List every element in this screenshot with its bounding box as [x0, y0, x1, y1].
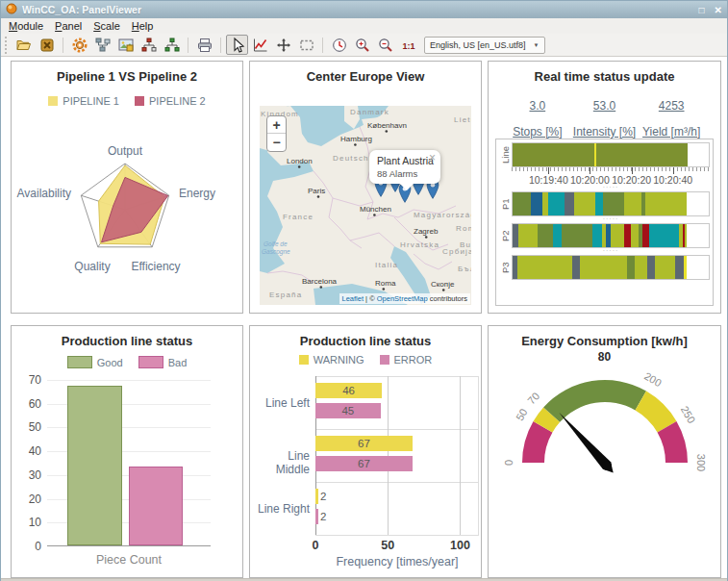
gauge-value: 80 — [489, 350, 720, 364]
attribution-suffix: contributors — [428, 294, 467, 303]
splitter-grip[interactable]: ····· — [512, 248, 710, 255]
hbar-title: Production line status — [250, 334, 481, 348]
bar-good — [67, 386, 122, 545]
map-label: Gascogne — [262, 248, 290, 256]
timeline-row-line: Line — [499, 142, 710, 167]
panel-bar: Production line status Good Bad 01020304… — [11, 325, 243, 578]
svg-text:200: 200 — [642, 370, 664, 390]
realtime-stats: 3.0Stops [%] 53.0Intensity [%] 4253Yield… — [489, 99, 720, 139]
svg-text:250: 250 — [679, 404, 698, 425]
stops-value[interactable]: 3.0 — [504, 99, 571, 113]
time-axis: 10:19:4010:20:0010:20:2010:20:40 — [512, 167, 710, 185]
legend-label-pipeline2: PIPELINE 2 — [149, 95, 206, 107]
intensity-label[interactable]: Intensity [%] — [573, 125, 636, 139]
map-label: Danmark — [350, 108, 389, 116]
zoom-out-button[interactable]: − — [267, 134, 286, 151]
legend-label-good: Good — [97, 357, 123, 368]
print-icon[interactable] — [193, 35, 215, 55]
one-to-one-icon[interactable]: 1:1 — [397, 35, 419, 55]
popup-close-icon[interactable]: × — [429, 151, 436, 164]
intensity-value[interactable]: 53.0 — [571, 99, 639, 113]
map-label: Golfe de — [264, 240, 288, 247]
panelviewer-window: WinCC_OA: PanelViewer □ ✕ ModulePanelSca… — [0, 0, 728, 581]
map-label: Lietuv — [454, 115, 471, 124]
bar-bad — [129, 467, 183, 545]
zoom-in-button[interactable]: + — [267, 116, 286, 134]
close-button[interactable]: ✕ — [715, 5, 722, 15]
titlebar[interactable]: WinCC_OA: PanelViewer □ ✕ — [1, 1, 727, 18]
timeline-chart: Line10:19:4010:20:0010:20:2010:20:40····… — [495, 139, 714, 306]
maximize-button[interactable]: □ — [699, 5, 705, 15]
map-label: España — [269, 290, 302, 299]
attribution-sep: | © — [364, 294, 377, 303]
toolbar-grip[interactable] — [4, 37, 9, 54]
menu-item-scale[interactable]: Scale — [93, 20, 120, 32]
popup-title: Plant Austria — [377, 155, 435, 166]
map-canvas: KingdomDanmarkKøbenhavnLietuvHamburgLond… — [260, 106, 471, 305]
language-select[interactable]: English, US [en_US.utf8] ▼ — [424, 37, 545, 54]
map-label: Italia — [375, 261, 398, 269]
move-icon[interactable] — [272, 35, 294, 55]
hbar-chart: 050100Line Left4645Line Middle6767Line R… — [315, 376, 479, 535]
svg-text:50: 50 — [514, 407, 530, 423]
map-label: London — [287, 157, 313, 165]
modules-icon[interactable] — [91, 35, 113, 55]
timeline-row-p2: P2 — [499, 223, 710, 248]
radar-axis-availability: Availability — [17, 187, 71, 200]
hbar-category: Line Left — [252, 396, 310, 410]
europe-map[interactable]: KingdomDanmarkKøbenhavnLietuvHamburgLond… — [260, 106, 471, 305]
radar-title: Pipeline 1 VS Pipeline 2 — [12, 69, 242, 84]
select-rect-icon[interactable] — [295, 35, 317, 55]
chevron-down-icon: ▼ — [534, 42, 540, 48]
popup-alarms: 88 Alarms — [377, 168, 435, 179]
hbar-warning — [315, 489, 318, 504]
image-icon[interactable] — [114, 35, 137, 55]
hbar-legend: WARNING ERROR — [250, 354, 481, 366]
map-label: Hrvatska — [400, 240, 439, 249]
stop-icon[interactable] — [36, 35, 58, 55]
open-folder-icon[interactable] — [13, 35, 35, 55]
map-label: Roma — [375, 279, 396, 288]
toolbar: 1:1 English, US [en_US.utf8] ▼ — [1, 34, 727, 57]
menu-item-module[interactable]: Module — [9, 20, 43, 32]
tree-green-icon[interactable] — [161, 35, 183, 55]
leaflet-link[interactable]: Leaflet — [342, 294, 364, 303]
radar-axis-quality: Quality — [74, 260, 110, 273]
map-label: München — [360, 205, 391, 214]
legend-swatch-error — [380, 355, 389, 365]
yield-value[interactable]: 4253 — [638, 99, 705, 113]
gear-icon[interactable] — [68, 35, 90, 55]
legend-swatch-pipeline1 — [48, 96, 58, 106]
bar-title: Production line status — [12, 334, 242, 348]
clock-icon[interactable] — [328, 35, 350, 55]
window-title: WinCC_OA: PanelViewer — [22, 4, 141, 15]
map-label: København — [367, 121, 407, 130]
trend-icon[interactable] — [249, 35, 271, 55]
app-icon — [6, 1, 17, 18]
timeline-row-p3: P3 — [499, 255, 710, 280]
map-zoom-control: + − — [266, 115, 287, 152]
panel-hbar: Production line status WARNING ERROR 050… — [249, 325, 482, 578]
dashboard: Pipeline 1 VS Pipeline 2 PIPELINE 1 PIPE… — [1, 57, 727, 578]
toolbar-separator — [188, 38, 188, 53]
splitter-grip[interactable]: ····· — [512, 185, 710, 191]
tree-red-icon[interactable] — [138, 35, 160, 55]
zoom-in-icon[interactable] — [351, 35, 373, 55]
stops-label[interactable]: Stops [%] — [513, 125, 562, 139]
toolbar-separator — [63, 38, 63, 53]
panel-map: Center Europe View KingdomDanmarkKøbenha… — [249, 61, 482, 314]
svg-text:1:1: 1:1 — [402, 40, 414, 50]
svg-text:0: 0 — [503, 460, 515, 466]
cursor-icon[interactable] — [226, 35, 248, 55]
splitter-grip[interactable]: ····· — [512, 216, 710, 223]
yield-label[interactable]: Yield [m³/h] — [642, 125, 700, 139]
map-label: Paris — [308, 187, 325, 195]
menu-item-panel[interactable]: Panel — [55, 20, 82, 32]
osm-link[interactable]: OpenStreetMap — [377, 294, 428, 303]
menu-item-help[interactable]: Help — [132, 20, 154, 32]
map-popup: Plant Austria 88 Alarms × — [369, 150, 440, 184]
legend-label-error: ERROR — [394, 354, 433, 366]
map-label: Deutschl — [333, 154, 372, 163]
zoom-out-icon[interactable] — [374, 35, 396, 55]
hbar-category: Line Middle — [252, 449, 310, 476]
